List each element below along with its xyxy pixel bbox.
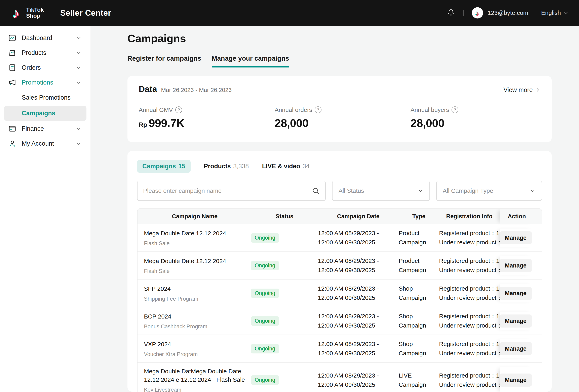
status-badge: Ongoing bbox=[251, 233, 279, 243]
campaign-type-filter-select[interactable]: All Campaign Type bbox=[436, 181, 542, 201]
chevron-down-icon bbox=[563, 10, 569, 15]
filter-row: All Status All Campaign Type bbox=[137, 181, 542, 201]
manage-button[interactable]: Manage bbox=[500, 374, 532, 387]
table-row: Mega Double DatMega Double Date 12.12 20… bbox=[138, 362, 542, 392]
table-row: VXP 2024 Voucher Xtra Program Ongoing 12… bbox=[138, 335, 542, 362]
dashboard-icon bbox=[8, 34, 16, 42]
sidebar-item-dashboard[interactable]: Dashboard bbox=[0, 31, 90, 45]
topbar: ♪♪♪ TikTokShop Seller Center ♪♪♪ 123@byt… bbox=[0, 0, 579, 26]
metric-annual-buyers: Annual buyers? 28,000 bbox=[411, 107, 540, 129]
campaigns-list-card: Campaigns 15 Products 3,338 LIVE & video… bbox=[128, 151, 552, 392]
table-row: SFP 2024 Shipping Fee Program Ongoing 12… bbox=[138, 279, 542, 307]
campaign-name: Mega Double DatMega Double Date 12.12 20… bbox=[144, 367, 245, 384]
metric-annual-orders: Annual orders? 28,000 bbox=[275, 107, 411, 129]
promotions-icon bbox=[8, 78, 16, 87]
col-status: Status bbox=[251, 209, 318, 224]
question-icon[interactable]: ? bbox=[315, 107, 321, 113]
page-title: Campaigns bbox=[128, 32, 552, 45]
sidebar-item-finance[interactable]: Finance bbox=[0, 121, 90, 136]
finance-icon bbox=[8, 124, 16, 133]
campaign-name: Mega Double Date 12.12 2024 bbox=[144, 257, 245, 265]
chevron-down-icon bbox=[75, 126, 82, 132]
page-tabs: Register for campaigns Manage your campa… bbox=[128, 55, 552, 67]
col-registration-info: Registration Info bbox=[439, 209, 500, 224]
status-badge: Ongoing bbox=[251, 316, 279, 326]
col-action: Action bbox=[500, 209, 534, 224]
data-card-title: Data bbox=[139, 84, 157, 94]
tab-products[interactable]: Products 3,338 bbox=[204, 160, 249, 173]
tab-manage-your-campaigns[interactable]: Manage your campaigns bbox=[212, 55, 289, 67]
search-icon[interactable] bbox=[312, 187, 320, 195]
avatar[interactable]: ♪♪♪ bbox=[472, 7, 483, 18]
manage-button[interactable]: Manage bbox=[500, 259, 532, 272]
orders-icon bbox=[8, 63, 16, 72]
account-email: 123@byte.com bbox=[488, 9, 528, 16]
table-row: Mega Double Date 12.12 2024 Flash Sale O… bbox=[138, 251, 542, 279]
chevron-down-icon bbox=[75, 35, 82, 41]
manage-button[interactable]: Manage bbox=[500, 287, 532, 300]
sidebar-item-sales-promotions[interactable]: Sales Promotions bbox=[0, 90, 90, 105]
chevron-right-icon bbox=[535, 87, 540, 93]
language-selector[interactable]: English bbox=[541, 9, 569, 16]
chevron-down-icon bbox=[75, 80, 82, 86]
sidebar-item-products[interactable]: Products bbox=[0, 45, 90, 60]
chevron-down-icon bbox=[530, 188, 536, 194]
products-icon bbox=[8, 49, 16, 57]
data-date-range: Mar 26,2023 - Mar 26,2023 bbox=[161, 87, 232, 93]
campaign-subtitle: Shipping Fee Program bbox=[144, 296, 245, 302]
topbar-separator bbox=[463, 10, 464, 16]
topbar-divider bbox=[52, 8, 52, 18]
col-campaign-date: Campaign Date bbox=[318, 209, 399, 224]
tab-live-video[interactable]: LIVE & video 34 bbox=[262, 160, 310, 173]
status-badge: Ongoing bbox=[251, 344, 279, 353]
view-more-link[interactable]: View more bbox=[504, 86, 540, 94]
chevron-down-icon bbox=[75, 141, 82, 147]
currency-label: Rp bbox=[139, 121, 147, 128]
tiktok-shop-logo[interactable]: ♪♪♪ TikTokShop bbox=[12, 5, 44, 20]
campaign-search bbox=[137, 181, 326, 201]
manage-button[interactable]: Manage bbox=[500, 315, 532, 328]
metric-annual-gmv: Annual GMV? Rp999.7K bbox=[139, 107, 275, 129]
status-filter-select[interactable]: All Status bbox=[332, 181, 430, 201]
campaign-name: BCP 2024 bbox=[144, 312, 245, 321]
search-input[interactable] bbox=[143, 187, 312, 194]
manage-button[interactable]: Manage bbox=[500, 231, 532, 244]
campaign-subtitle: Voucher Xtra Program bbox=[144, 351, 245, 357]
table-row: Mega Double Date 12.12 2024 Flash Sale O… bbox=[138, 224, 542, 251]
question-icon[interactable]: ? bbox=[451, 107, 458, 113]
chevron-down-icon bbox=[75, 65, 82, 71]
seller-center-title: Seller Center bbox=[60, 8, 111, 17]
status-badge: Ongoing bbox=[251, 375, 279, 385]
campaign-subtitle: Bonus Cashback Program bbox=[144, 324, 245, 330]
notification-bell-icon[interactable] bbox=[446, 8, 455, 17]
tab-campaigns[interactable]: Campaigns 15 bbox=[137, 160, 191, 173]
campaign-name: VXP 2024 bbox=[144, 340, 245, 348]
sidebar-item-campaigns[interactable]: Campaigns bbox=[4, 106, 86, 121]
data-card: Data Mar 26,2023 - Mar 26,2023 View more… bbox=[128, 76, 552, 142]
col-type: Type bbox=[399, 209, 439, 224]
status-badge: Ongoing bbox=[251, 288, 279, 298]
sidebar: Dashboard Products Orders Promotions Sal… bbox=[0, 26, 90, 392]
campaign-subtitle: Flash Sale bbox=[144, 240, 245, 247]
tab-register-for-campaigns[interactable]: Register for campaigns bbox=[128, 55, 201, 67]
sidebar-item-promotions[interactable]: Promotions bbox=[0, 75, 90, 90]
col-campaign-name: Campaign Name bbox=[138, 209, 251, 224]
sidebar-item-my-account[interactable]: My Account bbox=[0, 136, 90, 151]
campaign-name: Mega Double Date 12.12 2024 bbox=[144, 229, 245, 238]
manage-button[interactable]: Manage bbox=[500, 342, 532, 355]
status-badge: Ongoing bbox=[251, 261, 279, 270]
chevron-down-icon bbox=[418, 188, 423, 194]
main-content: Campaigns Register for campaigns Manage … bbox=[128, 26, 552, 392]
chevron-down-icon bbox=[75, 50, 82, 56]
campaign-subtitle: Flash Sale bbox=[144, 268, 245, 274]
campaign-subtitle: Key Livestream bbox=[144, 387, 245, 392]
sidebar-item-orders[interactable]: Orders bbox=[0, 60, 90, 75]
table-header-row: Campaign Name Status Campaign Date Type … bbox=[138, 209, 542, 224]
campaigns-table: Campaign Name Status Campaign Date Type … bbox=[137, 209, 542, 392]
tiktok-logo-icon: ♪♪♪ bbox=[12, 5, 25, 20]
question-icon[interactable]: ? bbox=[175, 107, 182, 113]
account-icon bbox=[8, 139, 16, 148]
list-tabs: Campaigns 15 Products 3,338 LIVE & video… bbox=[137, 160, 542, 173]
campaign-name: SFP 2024 bbox=[144, 284, 245, 293]
brand-text: TikTokShop bbox=[26, 7, 44, 19]
